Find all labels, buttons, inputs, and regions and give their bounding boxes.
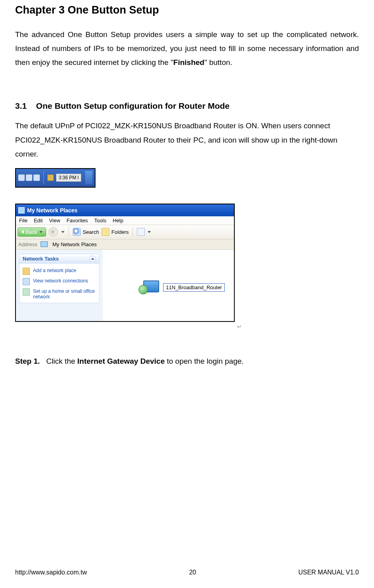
section-heading: One Button Setup configuration for Route… [36, 101, 230, 110]
back-arrow-icon [21, 230, 24, 234]
menu-tools[interactable]: Tools [94, 218, 106, 223]
taskbar-time: 3:36 PM l [56, 174, 81, 182]
sidebar: Network Tasks Add a network place View n… [16, 250, 103, 321]
content-pane: 11N_Broadband_Router [103, 250, 234, 321]
add-place-icon [23, 268, 30, 275]
forward-arrow-icon [52, 230, 55, 234]
menu-edit[interactable]: Edit [34, 218, 43, 223]
intro-bold-finished: Finished [173, 58, 205, 67]
intro-paragraph: The advanced One Button Setup provides u… [15, 27, 359, 69]
taskbar-edge [85, 171, 92, 184]
tray-icon [26, 174, 32, 181]
window-titlebar: My Network Places [16, 204, 234, 216]
panel-tasks: Add a network place View network connect… [19, 264, 99, 303]
toolbar: Back Search Folders [16, 225, 234, 239]
task-add-network-place[interactable]: Add a network place [22, 266, 97, 276]
menu-favorites[interactable]: Favorites [66, 218, 88, 223]
footer-url: http://www.sapido.com.tw [15, 569, 87, 576]
task-view-connections[interactable]: View network connections [22, 276, 97, 287]
search-label: Search [83, 229, 99, 235]
task-label: Add a network place [33, 268, 76, 273]
network-tasks-panel: Network Tasks Add a network place View n… [19, 254, 99, 303]
section-paragraph: The default UPnP of PCI022_MZK-KR150NUS … [15, 119, 359, 161]
my-network-places-window: My Network Places File Edit View Favorit… [15, 204, 235, 322]
tray-icons [18, 174, 40, 181]
search-icon [73, 228, 81, 236]
search-button[interactable]: Search [73, 228, 99, 236]
intro-text-2: " button. [205, 58, 232, 67]
toolbar-separator [132, 227, 133, 237]
step-prefix: Step 1. [15, 357, 40, 365]
taskbar-screenshot: 3:36 PM l [15, 168, 95, 188]
back-label: Back [25, 229, 37, 235]
chapter-title: Chapter 3 One Button Setup [15, 4, 359, 16]
internet-gateway-device[interactable]: 11N_Broadband_Router [138, 279, 225, 296]
menu-bar: File Edit View Favorites Tools Help [16, 216, 234, 225]
network-places-icon [41, 241, 48, 247]
menu-help[interactable]: Help [113, 218, 123, 223]
address-value[interactable]: My Network Places [53, 241, 97, 247]
enter-mark: ↵ [237, 323, 359, 330]
footer-version: USER MANUAL V1.0 [298, 569, 359, 576]
view-connections-icon [23, 278, 30, 285]
folders-button[interactable]: Folders [101, 228, 129, 236]
task-setup-home-network[interactable]: Set up a home or small office network [22, 287, 97, 301]
back-button[interactable]: Back [18, 227, 46, 237]
collapse-icon[interactable] [90, 256, 96, 262]
dropdown-icon [39, 231, 43, 233]
dropdown-icon [148, 231, 151, 233]
network-places-icon [18, 207, 25, 214]
device-icon [138, 279, 159, 296]
views-button[interactable] [137, 228, 151, 236]
address-label: Address [18, 241, 37, 247]
clock-icon [47, 174, 54, 181]
panel-title: Network Tasks [23, 256, 59, 262]
menu-view[interactable]: View [49, 218, 60, 223]
folder-icon [101, 228, 109, 236]
dropdown-icon [61, 231, 64, 233]
task-label: View network connections [33, 278, 88, 284]
panel-header[interactable]: Network Tasks [19, 254, 99, 264]
forward-button[interactable] [49, 227, 58, 237]
menu-file[interactable]: File [19, 218, 27, 223]
tray-icon [33, 174, 40, 181]
page-footer: http://www.sapido.com.tw 20 USER MANUAL … [15, 569, 359, 576]
step-bold: Internet Gateway Device [77, 357, 165, 365]
toolbar-separator [68, 227, 69, 237]
device-label: 11N_Broadband_Router [163, 283, 225, 292]
address-bar: Address My Network Places [16, 239, 234, 250]
folders-label: Folders [111, 229, 129, 235]
section-number: 3.1 [15, 101, 27, 110]
tray-separator [43, 171, 44, 184]
task-label: Set up a home or small office network [33, 288, 96, 300]
step-text-1: Click the [46, 357, 77, 365]
step-1: Step 1. Click the Internet Gateway Devic… [15, 355, 359, 367]
tray-icon [18, 174, 25, 181]
footer-page-number: 20 [189, 569, 196, 576]
step-text-2: to open the login page. [165, 357, 244, 365]
home-network-icon [23, 288, 30, 296]
window-title: My Network Places [27, 207, 78, 214]
section-title: 3.1 One Button Setup configuration for R… [15, 101, 359, 111]
views-icon [137, 228, 145, 236]
